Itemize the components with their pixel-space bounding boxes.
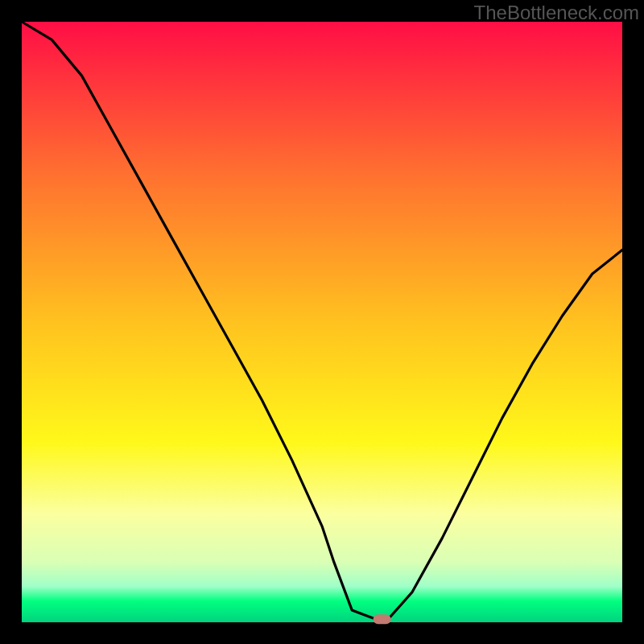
chart-svg [0,0,644,644]
watermark-text: TheBottleneck.com [474,2,639,24]
plot-background [22,22,622,622]
chart-container: TheBottleneck.com [0,0,644,644]
bottleneck-marker [374,614,391,624]
